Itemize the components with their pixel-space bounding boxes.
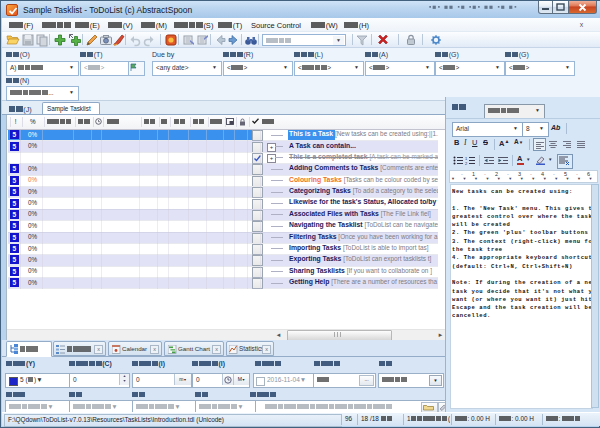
svg-text:2: 2 bbox=[465, 161, 468, 165]
